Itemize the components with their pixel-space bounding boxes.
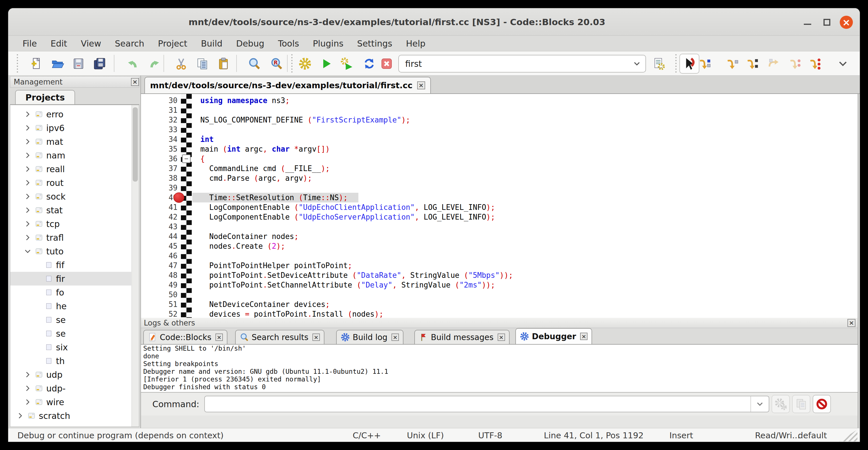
fold-marker-icon[interactable]: − xyxy=(182,154,191,163)
save-all-files-button[interactable] xyxy=(92,57,107,71)
tree-item-fo[interactable]: fo xyxy=(10,286,131,299)
toolbar-grip[interactable] xyxy=(291,54,293,73)
breakpoint-icon[interactable] xyxy=(174,192,184,203)
paste-button[interactable] xyxy=(216,57,230,71)
project-tree[interactable]: srcscratchwireudp-udpthsixsesehefofirfif… xyxy=(10,105,139,427)
tree-item-erro[interactable]: erro xyxy=(10,108,131,121)
menu-plugins[interactable]: Plugins xyxy=(306,37,350,50)
logs-close-button[interactable]: × xyxy=(847,319,856,327)
command-chevron-down-icon[interactable] xyxy=(750,396,769,412)
line-number[interactable]: 44 xyxy=(141,232,178,241)
tree-item-se[interactable]: se xyxy=(10,327,131,340)
build-target-combo[interactable]: first xyxy=(398,55,646,72)
tab-projects[interactable]: Projects xyxy=(15,90,75,104)
log-tab-close-button[interactable]: × xyxy=(498,333,505,341)
title-bar[interactable]: mnt/dev/tools/source/ns-3-dev/examples/t… xyxy=(8,8,860,36)
debug-continue-button[interactable] xyxy=(679,54,700,74)
tree-scrollbar-thumb[interactable] xyxy=(133,108,138,182)
maximize-button[interactable] xyxy=(820,16,834,29)
run-button[interactable] xyxy=(319,57,333,71)
debug-gears-button[interactable] xyxy=(772,395,790,413)
toolbar-overflow-chevron-button[interactable] xyxy=(836,57,850,71)
management-close-button[interactable]: × xyxy=(131,78,139,86)
tree-item-fif[interactable]: fif xyxy=(10,258,131,272)
tree-item-wire[interactable]: wire xyxy=(10,395,131,409)
resize-grip-icon[interactable] xyxy=(839,429,858,442)
menu-tools[interactable]: Tools xyxy=(271,37,306,50)
menu-settings[interactable]: Settings xyxy=(350,37,399,50)
tree-item-scratch[interactable]: scratch xyxy=(10,409,131,423)
line-number[interactable]: 42 xyxy=(141,212,178,222)
tree-item-th[interactable]: th xyxy=(10,354,131,368)
open-file-button[interactable] xyxy=(51,57,65,71)
copy-button[interactable] xyxy=(195,57,210,71)
tree-item-six[interactable]: six xyxy=(10,340,131,354)
line-number[interactable]: 32 xyxy=(141,115,178,125)
abort-build-button[interactable] xyxy=(379,57,394,71)
line-number[interactable]: 50 xyxy=(141,290,178,300)
tree-item-mat[interactable]: mat xyxy=(10,135,131,148)
line-number[interactable]: 31 xyxy=(141,106,178,115)
menu-file[interactable]: File xyxy=(16,37,44,50)
log-tab-debugger[interactable]: Debugger× xyxy=(515,328,592,344)
line-number[interactable]: 34 xyxy=(141,134,178,144)
tree-scrollbar[interactable] xyxy=(131,105,139,427)
line-number[interactable]: 52 xyxy=(141,309,178,318)
code-editor[interactable]: 30using namespace ns3;3132NS_LOG_COMPONE… xyxy=(141,94,858,318)
replace-button[interactable]: R xyxy=(269,57,284,71)
close-button[interactable]: × xyxy=(840,16,853,29)
log-tab-close-button[interactable]: × xyxy=(392,333,399,341)
line-number[interactable]: 33 xyxy=(141,125,178,134)
editor-tab-close-button[interactable]: × xyxy=(417,81,425,89)
tree-item-reall[interactable]: reall xyxy=(10,162,131,176)
tree-item-fir[interactable]: fir xyxy=(10,272,131,286)
line-number[interactable]: 46 xyxy=(141,251,178,261)
log-tab-build-log[interactable]: Build log× xyxy=(336,330,403,344)
tree-item-trafl[interactable]: trafl xyxy=(10,231,131,244)
show-target-options-button[interactable] xyxy=(652,57,666,71)
step-into-instruction-button[interactable] xyxy=(808,57,822,71)
log-tab-close-button[interactable]: × xyxy=(580,333,588,340)
cut-button[interactable] xyxy=(174,57,188,71)
menu-project[interactable]: Project xyxy=(151,37,194,50)
editor-tab-first-cc[interactable]: mnt/dev/tools/source/ns-3-dev/examples/t… xyxy=(144,77,431,93)
run-to-cursor-button[interactable] xyxy=(698,57,712,71)
line-number[interactable]: 37 xyxy=(141,163,178,173)
clear-log-button[interactable] xyxy=(813,395,831,413)
tree-item-udp-[interactable]: udp- xyxy=(10,382,131,395)
chevron-down-icon[interactable] xyxy=(628,59,645,68)
line-number[interactable]: 51 xyxy=(141,300,178,309)
menu-debug[interactable]: Debug xyxy=(229,37,271,50)
rebuild-button[interactable] xyxy=(362,57,376,71)
line-number[interactable]: 39 xyxy=(141,183,178,193)
menu-search[interactable]: Search xyxy=(108,37,151,50)
tree-item-tcp[interactable]: tcp xyxy=(10,217,131,231)
build-and-run-button[interactable] xyxy=(340,57,354,71)
undo-button[interactable] xyxy=(126,57,140,71)
line-number[interactable]: 45 xyxy=(141,241,178,251)
step-out-button[interactable] xyxy=(767,57,781,71)
menu-edit[interactable]: Edit xyxy=(44,37,74,50)
menu-help[interactable]: Help xyxy=(399,37,432,50)
line-number[interactable]: 47 xyxy=(141,261,178,270)
compile-button[interactable] xyxy=(298,57,312,71)
minimize-button[interactable] xyxy=(801,16,814,29)
line-number[interactable]: 35 xyxy=(141,144,178,154)
line-number[interactable]: 49 xyxy=(141,280,178,290)
new-file-button[interactable] xyxy=(29,57,44,71)
step-into-button[interactable] xyxy=(745,57,759,71)
line-number[interactable]: 36 xyxy=(141,154,178,163)
toolbar-grip[interactable] xyxy=(17,54,19,73)
tree-item-src[interactable]: src xyxy=(10,423,131,427)
command-input[interactable] xyxy=(205,396,750,412)
tree-item-he[interactable]: he xyxy=(10,299,131,313)
debugger-log-output[interactable]: Setting SHELL to '/bin/sh'doneSetting br… xyxy=(141,344,858,393)
menu-view[interactable]: View xyxy=(74,37,108,50)
next-line-button[interactable] xyxy=(725,57,739,71)
tree-item-nam[interactable]: nam xyxy=(10,148,131,162)
tree-item-sock[interactable]: sock xyxy=(10,189,131,203)
find-button[interactable] xyxy=(247,57,261,71)
menu-build[interactable]: Build xyxy=(194,37,229,50)
tree-item-ipv6[interactable]: ipv6 xyxy=(10,121,131,135)
tree-item-se[interactable]: se xyxy=(10,313,131,327)
